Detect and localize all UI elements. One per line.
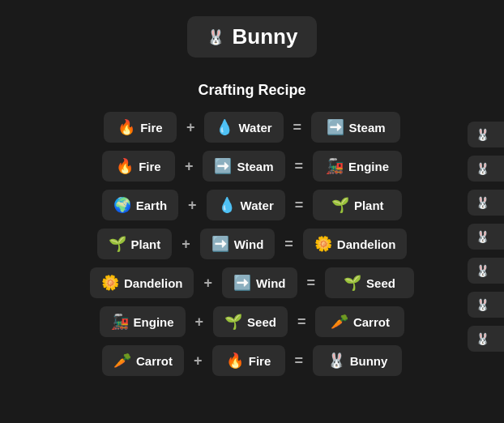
result-label: Dandelion bbox=[337, 237, 396, 251]
plus-operator: + bbox=[182, 158, 197, 175]
result-item: 🐰 Bunny bbox=[313, 345, 402, 376]
equals-operator: = bbox=[294, 314, 310, 331]
ingredient-1: 🌼 Dandelion bbox=[90, 267, 194, 298]
sidebar-icon: 🐰 bbox=[476, 196, 489, 209]
ingredient-2-icon: ➡️ bbox=[211, 235, 229, 253]
ingredient-1-icon: 🌍 bbox=[113, 196, 131, 214]
ingredient-2-label: Wind bbox=[234, 237, 264, 251]
ingredient-2: ➡️ Wind bbox=[200, 229, 275, 259]
ingredient-1-label: Earth bbox=[136, 199, 167, 212]
result-label: Seed bbox=[366, 276, 395, 290]
ingredient-1: 🔥 Fire bbox=[102, 151, 175, 182]
ingredient-2: 🔥 Fire bbox=[212, 345, 285, 376]
ingredient-1-label: Plant bbox=[131, 237, 161, 251]
sidebar-right: 🐰🐰🐰🐰🐰🐰🐰 bbox=[468, 122, 504, 352]
ingredient-1-icon: 🌼 bbox=[101, 274, 119, 292]
equals-operator: = bbox=[292, 158, 307, 175]
ingredient-2: 💧 Water bbox=[207, 190, 285, 220]
ingredient-2-label: Fire bbox=[249, 354, 271, 368]
recipe-row: 🔥 Fire + 💧 Water = ➡️ Steam bbox=[104, 112, 400, 143]
ingredient-1: 🚂 Engine bbox=[100, 306, 186, 337]
sidebar-item[interactable]: 🐰 bbox=[468, 258, 504, 284]
recipe-row: 🥕 Carrot + 🔥 Fire = 🐰 Bunny bbox=[102, 345, 402, 376]
ingredient-2-label: Seed bbox=[247, 315, 276, 329]
sidebar-icon: 🐰 bbox=[476, 230, 489, 243]
ingredient-2-icon: 🌱 bbox=[224, 313, 242, 331]
ingredient-1-icon: 🔥 bbox=[117, 118, 135, 136]
ingredient-1-label: Carrot bbox=[136, 354, 173, 368]
ingredient-2-label: Wind bbox=[256, 276, 286, 290]
equals-operator: = bbox=[304, 275, 319, 292]
ingredient-2-label: Water bbox=[238, 121, 271, 135]
equals-operator: = bbox=[292, 352, 307, 370]
ingredient-1-icon: 🥕 bbox=[113, 352, 131, 370]
ingredient-2: 💧 Water bbox=[204, 112, 283, 143]
sidebar-icon: 🐰 bbox=[476, 128, 489, 141]
recipe-row: 🌱 Plant + ➡️ Wind = 🌼 Dandelion bbox=[97, 229, 408, 259]
result-icon: 🌱 bbox=[344, 274, 361, 292]
result-icon: 🌱 bbox=[331, 196, 349, 214]
result-icon: 🥕 bbox=[331, 313, 348, 331]
plus-operator: + bbox=[192, 314, 207, 331]
sidebar-icon: 🐰 bbox=[476, 298, 489, 311]
recipe-row: 🔥 Fire + ➡️ Steam = 🚂 Engine bbox=[102, 151, 402, 182]
equals-operator: = bbox=[292, 197, 307, 214]
ingredient-2: ➡️ Steam bbox=[203, 151, 284, 182]
sidebar-item[interactable]: 🐰 bbox=[468, 156, 504, 182]
header-badge: 🐰 Bunny bbox=[187, 16, 318, 58]
plus-operator: + bbox=[200, 275, 216, 292]
ingredient-1: 🔥 Fire bbox=[104, 112, 177, 143]
sidebar-icon: 🐰 bbox=[476, 162, 489, 175]
section-title: Crafting Recipe bbox=[0, 82, 504, 99]
ingredient-1: 🥕 Carrot bbox=[102, 345, 184, 376]
sidebar-item[interactable]: 🐰 bbox=[468, 122, 504, 147]
recipes-container: 🔥 Fire + 💧 Water = ➡️ Steam 🔥 Fire + ➡️ … bbox=[0, 112, 504, 392]
ingredient-1-label: Engine bbox=[134, 315, 174, 329]
sidebar-item[interactable]: 🐰 bbox=[468, 326, 504, 352]
recipe-row: 🌍 Earth + 💧 Water = 🌱 Plant bbox=[102, 190, 403, 220]
ingredient-2-icon: ➡️ bbox=[233, 274, 251, 292]
ingredient-2-label: Steam bbox=[237, 160, 273, 173]
ingredient-1-label: Fire bbox=[139, 160, 161, 173]
recipe-row: 🌼 Dandelion + ➡️ Wind = 🌱 Seed bbox=[90, 267, 414, 298]
result-label: Carrot bbox=[353, 315, 390, 329]
ingredient-1: 🌍 Earth bbox=[102, 190, 178, 220]
header-title: Bunny bbox=[233, 24, 298, 49]
result-item: 🌼 Dandelion bbox=[303, 229, 408, 259]
plus-operator: + bbox=[185, 197, 200, 214]
ingredient-2: 🌱 Seed bbox=[213, 306, 288, 337]
ingredient-1-icon: 🌱 bbox=[109, 235, 126, 253]
ingredient-2-icon: 💧 bbox=[216, 118, 233, 136]
ingredient-1: 🌱 Plant bbox=[97, 229, 173, 259]
plus-operator: + bbox=[183, 119, 199, 136]
sidebar-item[interactable]: 🐰 bbox=[468, 292, 504, 318]
result-label: Engine bbox=[348, 160, 389, 173]
result-item: 🥕 Carrot bbox=[315, 306, 404, 337]
ingredient-2-icon: 💧 bbox=[218, 196, 236, 214]
result-item: ➡️ Steam bbox=[311, 112, 400, 143]
result-label: Bunny bbox=[350, 354, 388, 368]
result-item: 🌱 Seed bbox=[325, 267, 414, 298]
sidebar-item[interactable]: 🐰 bbox=[468, 190, 504, 216]
ingredient-1-label: Dandelion bbox=[124, 276, 183, 290]
sidebar-icon: 🐰 bbox=[476, 264, 489, 277]
ingredient-1-icon: 🔥 bbox=[116, 157, 134, 175]
ingredient-1-icon: 🚂 bbox=[111, 313, 129, 331]
result-label: Plant bbox=[354, 199, 384, 212]
header-icon: 🐰 bbox=[207, 28, 224, 46]
result-label: Steam bbox=[349, 121, 386, 135]
equals-operator: = bbox=[290, 119, 305, 136]
sidebar-item[interactable]: 🐰 bbox=[468, 224, 504, 250]
header: 🐰 Bunny bbox=[0, 0, 504, 66]
ingredient-2-label: Water bbox=[241, 199, 274, 212]
ingredient-2-icon: ➡️ bbox=[214, 157, 232, 175]
plus-operator: + bbox=[190, 352, 206, 370]
ingredient-2-icon: 🔥 bbox=[226, 352, 244, 370]
plus-operator: + bbox=[178, 236, 194, 253]
result-icon: ➡️ bbox=[327, 118, 344, 136]
result-icon: 🐰 bbox=[327, 352, 345, 370]
result-item: 🌱 Plant bbox=[313, 190, 402, 220]
ingredient-1-label: Fire bbox=[140, 121, 163, 135]
ingredient-2: ➡️ Wind bbox=[222, 267, 297, 298]
recipe-row: 🚂 Engine + 🌱 Seed = 🥕 Carrot bbox=[100, 306, 405, 337]
